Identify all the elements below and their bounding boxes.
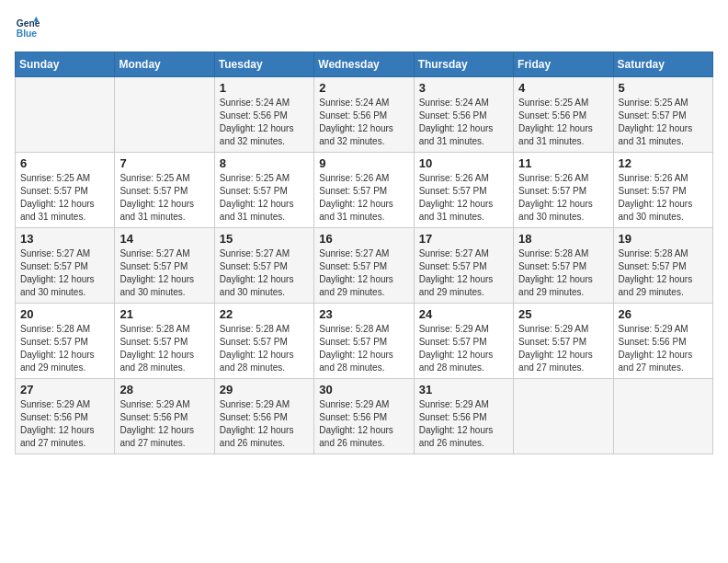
calendar-cell: 24Sunrise: 5:29 AM Sunset: 5:57 PM Dayli… bbox=[414, 304, 513, 379]
day-info: Sunrise: 5:29 AM Sunset: 5:57 PM Dayligh… bbox=[419, 323, 508, 374]
calendar-cell: 18Sunrise: 5:28 AM Sunset: 5:57 PM Dayli… bbox=[514, 228, 613, 304]
calendar-cell: 12Sunrise: 5:26 AM Sunset: 5:57 PM Dayli… bbox=[613, 153, 712, 228]
weekday-header-saturday: Saturday bbox=[613, 52, 712, 77]
day-info: Sunrise: 5:29 AM Sunset: 5:56 PM Dayligh… bbox=[119, 398, 209, 450]
day-number: 6 bbox=[20, 156, 109, 170]
weekday-header-monday: Monday bbox=[115, 52, 214, 77]
day-number: 30 bbox=[319, 383, 408, 396]
logo-icon: General Blue bbox=[15, 15, 40, 40]
calendar-cell: 1Sunrise: 5:24 AM Sunset: 5:56 PM Daylig… bbox=[214, 77, 313, 153]
day-info: Sunrise: 5:26 AM Sunset: 5:57 PM Dayligh… bbox=[319, 172, 408, 224]
day-number: 17 bbox=[419, 232, 508, 246]
day-number: 1 bbox=[220, 81, 309, 95]
calendar-week-5: 27Sunrise: 5:29 AM Sunset: 5:56 PM Dayli… bbox=[16, 379, 713, 454]
day-info: Sunrise: 5:25 AM Sunset: 5:57 PM Dayligh… bbox=[20, 172, 109, 224]
day-number: 7 bbox=[119, 156, 209, 170]
day-info: Sunrise: 5:26 AM Sunset: 5:57 PM Dayligh… bbox=[619, 172, 708, 224]
day-number: 9 bbox=[319, 156, 408, 170]
day-number: 16 bbox=[319, 232, 408, 246]
day-number: 19 bbox=[619, 232, 708, 246]
day-number: 12 bbox=[619, 156, 708, 170]
day-info: Sunrise: 5:27 AM Sunset: 5:57 PM Dayligh… bbox=[419, 247, 508, 299]
calendar-week-2: 6Sunrise: 5:25 AM Sunset: 5:57 PM Daylig… bbox=[16, 153, 713, 228]
day-number: 21 bbox=[119, 307, 209, 321]
day-info: Sunrise: 5:24 AM Sunset: 5:56 PM Dayligh… bbox=[419, 97, 508, 148]
day-info: Sunrise: 5:29 AM Sunset: 5:57 PM Dayligh… bbox=[518, 323, 608, 374]
calendar-cell: 31Sunrise: 5:29 AM Sunset: 5:56 PM Dayli… bbox=[414, 379, 513, 454]
day-number: 15 bbox=[220, 232, 309, 246]
day-info: Sunrise: 5:24 AM Sunset: 5:56 PM Dayligh… bbox=[319, 97, 408, 148]
calendar-cell: 28Sunrise: 5:29 AM Sunset: 5:56 PM Dayli… bbox=[115, 379, 214, 454]
weekday-header-tuesday: Tuesday bbox=[214, 52, 313, 77]
calendar-cell: 4Sunrise: 5:25 AM Sunset: 5:56 PM Daylig… bbox=[514, 77, 613, 153]
calendar-week-4: 20Sunrise: 5:28 AM Sunset: 5:57 PM Dayli… bbox=[16, 304, 713, 379]
day-number: 13 bbox=[20, 232, 109, 246]
day-info: Sunrise: 5:25 AM Sunset: 5:57 PM Dayligh… bbox=[220, 172, 309, 224]
day-number: 8 bbox=[220, 156, 309, 170]
day-info: Sunrise: 5:28 AM Sunset: 5:57 PM Dayligh… bbox=[119, 323, 209, 374]
calendar-cell: 15Sunrise: 5:27 AM Sunset: 5:57 PM Dayli… bbox=[214, 228, 313, 304]
day-info: Sunrise: 5:28 AM Sunset: 5:57 PM Dayligh… bbox=[20, 323, 109, 374]
calendar-cell bbox=[16, 77, 115, 153]
day-number: 31 bbox=[419, 383, 508, 396]
day-number: 24 bbox=[419, 307, 508, 321]
calendar-cell: 14Sunrise: 5:27 AM Sunset: 5:57 PM Dayli… bbox=[115, 228, 214, 304]
calendar-cell bbox=[613, 379, 712, 454]
weekday-header-thursday: Thursday bbox=[414, 52, 513, 77]
day-number: 2 bbox=[319, 81, 408, 95]
svg-text:Blue: Blue bbox=[17, 29, 38, 39]
calendar-cell: 3Sunrise: 5:24 AM Sunset: 5:56 PM Daylig… bbox=[414, 77, 513, 153]
calendar-cell: 11Sunrise: 5:26 AM Sunset: 5:57 PM Dayli… bbox=[514, 153, 613, 228]
calendar-cell: 17Sunrise: 5:27 AM Sunset: 5:57 PM Dayli… bbox=[414, 228, 513, 304]
day-info: Sunrise: 5:29 AM Sunset: 5:56 PM Dayligh… bbox=[319, 398, 408, 450]
calendar-cell: 26Sunrise: 5:29 AM Sunset: 5:56 PM Dayli… bbox=[613, 304, 712, 379]
calendar-cell: 21Sunrise: 5:28 AM Sunset: 5:57 PM Dayli… bbox=[115, 304, 214, 379]
calendar-cell: 2Sunrise: 5:24 AM Sunset: 5:56 PM Daylig… bbox=[314, 77, 414, 153]
calendar-table: SundayMondayTuesdayWednesdayThursdayFrid… bbox=[15, 52, 713, 454]
calendar-cell: 27Sunrise: 5:29 AM Sunset: 5:56 PM Dayli… bbox=[16, 379, 115, 454]
day-number: 29 bbox=[220, 383, 309, 396]
day-info: Sunrise: 5:29 AM Sunset: 5:56 PM Dayligh… bbox=[220, 398, 309, 450]
day-number: 5 bbox=[619, 81, 708, 95]
day-info: Sunrise: 5:27 AM Sunset: 5:57 PM Dayligh… bbox=[119, 247, 209, 299]
day-info: Sunrise: 5:28 AM Sunset: 5:57 PM Dayligh… bbox=[619, 247, 708, 299]
calendar-cell: 19Sunrise: 5:28 AM Sunset: 5:57 PM Dayli… bbox=[613, 228, 712, 304]
day-info: Sunrise: 5:26 AM Sunset: 5:57 PM Dayligh… bbox=[518, 172, 608, 224]
calendar-cell: 13Sunrise: 5:27 AM Sunset: 5:57 PM Dayli… bbox=[16, 228, 115, 304]
day-number: 26 bbox=[619, 307, 708, 321]
calendar-cell: 25Sunrise: 5:29 AM Sunset: 5:57 PM Dayli… bbox=[514, 304, 613, 379]
day-number: 11 bbox=[518, 156, 608, 170]
day-number: 28 bbox=[119, 383, 209, 396]
calendar-cell: 7Sunrise: 5:25 AM Sunset: 5:57 PM Daylig… bbox=[115, 153, 214, 228]
calendar-cell: 20Sunrise: 5:28 AM Sunset: 5:57 PM Dayli… bbox=[16, 304, 115, 379]
calendar-cell bbox=[514, 379, 613, 454]
day-info: Sunrise: 5:27 AM Sunset: 5:57 PM Dayligh… bbox=[319, 247, 408, 299]
day-info: Sunrise: 5:28 AM Sunset: 5:57 PM Dayligh… bbox=[518, 247, 608, 299]
day-number: 22 bbox=[220, 307, 309, 321]
calendar-cell: 30Sunrise: 5:29 AM Sunset: 5:56 PM Dayli… bbox=[314, 379, 414, 454]
calendar-cell: 29Sunrise: 5:29 AM Sunset: 5:56 PM Dayli… bbox=[214, 379, 313, 454]
day-info: Sunrise: 5:28 AM Sunset: 5:57 PM Dayligh… bbox=[319, 323, 408, 374]
day-info: Sunrise: 5:25 AM Sunset: 5:57 PM Dayligh… bbox=[119, 172, 209, 224]
day-info: Sunrise: 5:27 AM Sunset: 5:57 PM Dayligh… bbox=[20, 247, 109, 299]
calendar-cell: 5Sunrise: 5:25 AM Sunset: 5:57 PM Daylig… bbox=[613, 77, 712, 153]
calendar-week-1: 1Sunrise: 5:24 AM Sunset: 5:56 PM Daylig… bbox=[16, 77, 713, 153]
day-number: 18 bbox=[518, 232, 608, 246]
day-info: Sunrise: 5:27 AM Sunset: 5:57 PM Dayligh… bbox=[220, 247, 309, 299]
day-number: 23 bbox=[319, 307, 408, 321]
weekday-header-wednesday: Wednesday bbox=[314, 52, 414, 77]
calendar-cell bbox=[115, 77, 214, 153]
day-info: Sunrise: 5:29 AM Sunset: 5:56 PM Dayligh… bbox=[419, 398, 508, 450]
weekday-header-friday: Friday bbox=[514, 52, 613, 77]
day-number: 20 bbox=[20, 307, 109, 321]
day-number: 25 bbox=[518, 307, 608, 321]
page-header: General Blue bbox=[15, 15, 713, 40]
day-info: Sunrise: 5:24 AM Sunset: 5:56 PM Dayligh… bbox=[220, 97, 309, 148]
calendar-header-row: SundayMondayTuesdayWednesdayThursdayFrid… bbox=[16, 52, 713, 77]
day-number: 10 bbox=[419, 156, 508, 170]
day-info: Sunrise: 5:25 AM Sunset: 5:57 PM Dayligh… bbox=[619, 97, 708, 148]
calendar-cell: 10Sunrise: 5:26 AM Sunset: 5:57 PM Dayli… bbox=[414, 153, 513, 228]
day-info: Sunrise: 5:26 AM Sunset: 5:57 PM Dayligh… bbox=[419, 172, 508, 224]
day-number: 27 bbox=[20, 383, 109, 396]
calendar-cell: 6Sunrise: 5:25 AM Sunset: 5:57 PM Daylig… bbox=[16, 153, 115, 228]
